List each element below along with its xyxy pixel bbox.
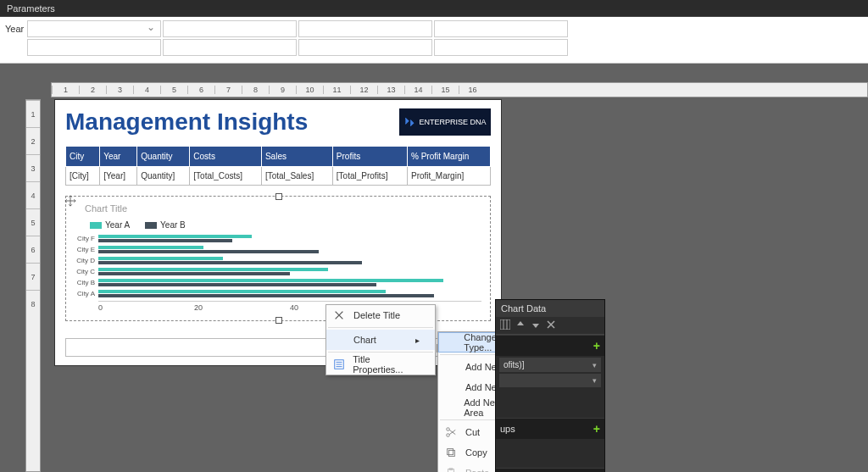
chart-placeholder[interactable]: Chart Title Year A Year B City FCity ECi… <box>65 196 491 321</box>
cell[interactable]: Profit_Margin] <box>407 167 490 186</box>
legend-swatch-a <box>90 222 102 229</box>
plus-icon[interactable]: + <box>593 339 600 353</box>
column-header[interactable]: Sales <box>261 147 332 167</box>
horizontal-ruler: 12345678910111213141516 <box>51 82 868 97</box>
paste-icon <box>443 465 459 472</box>
series-groups-section[interactable]: + <box>496 468 604 472</box>
report-title[interactable]: Management Insights <box>65 108 308 136</box>
column-header[interactable]: City <box>66 147 100 167</box>
menu-title-properties[interactable]: Title Properties... <box>326 354 435 375</box>
svg-rect-6 <box>448 449 453 455</box>
category-groups-section[interactable]: ups+ <box>496 418 604 439</box>
param-cell[interactable] <box>434 39 568 56</box>
year-label: Year <box>5 20 25 37</box>
chart-data-header: Chart Data <box>496 300 604 317</box>
design-surface: 12345678910111213141516 12345678 Managem… <box>0 64 868 472</box>
parameters-panel: Year <box>0 17 868 64</box>
data-table[interactable]: CityYearQuantityCostsSalesProfits% Profi… <box>65 146 491 186</box>
year-combo[interactable] <box>27 20 161 37</box>
chart-legend[interactable]: Year A Year B <box>90 220 481 230</box>
param-cell[interactable] <box>163 20 297 37</box>
param-cell[interactable] <box>163 39 297 56</box>
param-cell[interactable] <box>298 39 432 56</box>
cell[interactable]: [Total_Costs] <box>190 167 262 186</box>
cell[interactable]: [Total_Profits] <box>332 167 407 186</box>
arrow-up-icon[interactable] <box>515 319 526 331</box>
value-field[interactable] <box>499 374 601 387</box>
column-header[interactable]: % Profit Margin <box>407 147 490 167</box>
param-cell[interactable] <box>434 20 568 37</box>
context-menu-title: Delete Title Chart Title Properties... <box>326 304 436 375</box>
cell[interactable]: Quantity] <box>137 167 190 186</box>
column-header[interactable]: Year <box>100 147 137 167</box>
cell[interactable]: [Total_Sales] <box>261 167 332 186</box>
chart-bars: City FCity ECity DCity CCity BCity A <box>98 235 481 301</box>
column-header[interactable]: Quantity <box>137 147 190 167</box>
svg-point-5 <box>447 428 450 431</box>
parameters-header: Parameters <box>0 0 868 17</box>
menu-delete-title[interactable]: Delete Title <box>326 305 435 325</box>
cell[interactable]: [City] <box>66 167 100 186</box>
grid-icon[interactable] <box>500 319 510 331</box>
vertical-ruler: 12345678 <box>25 99 41 472</box>
chart-data-toolbar <box>496 317 604 335</box>
close-icon[interactable] <box>546 319 556 331</box>
plus-icon[interactable]: + <box>593 422 600 436</box>
arrow-down-icon[interactable] <box>531 319 541 331</box>
menu-chart[interactable]: Chart <box>326 330 435 350</box>
param-cell[interactable] <box>298 20 432 37</box>
copy-icon <box>443 445 459 460</box>
enterprise-dna-logo: ENTERPRISE DNA <box>399 108 491 136</box>
column-header[interactable]: Profits <box>332 147 407 167</box>
svg-rect-13 <box>500 319 510 330</box>
chart-title-placeholder[interactable]: Chart Title <box>85 203 481 214</box>
chart-data-panel[interactable]: Chart Data + ofits)] ups+ + <box>495 299 605 472</box>
move-handle-icon[interactable] <box>64 195 76 207</box>
close-icon <box>331 308 347 323</box>
svg-rect-7 <box>448 450 454 456</box>
param-cell[interactable] <box>27 39 161 56</box>
cell[interactable]: [Year] <box>100 167 137 186</box>
values-section[interactable]: + <box>496 335 604 356</box>
legend-swatch-b <box>145 222 157 229</box>
svg-point-4 <box>447 434 450 437</box>
properties-icon <box>331 357 346 372</box>
value-field[interactable]: ofits)] <box>499 358 601 372</box>
scissors-icon <box>443 425 459 440</box>
column-header[interactable]: Costs <box>190 147 262 167</box>
